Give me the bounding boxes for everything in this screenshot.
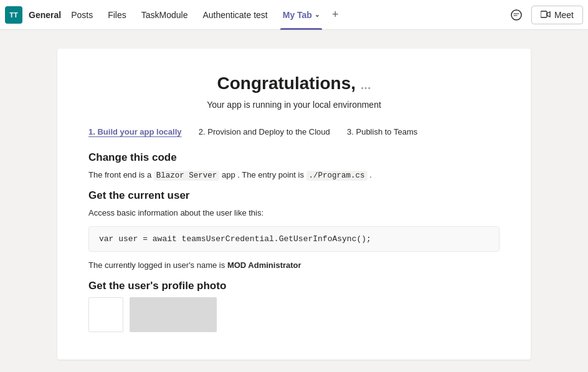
step-1[interactable]: 1. Build your app locally	[88, 127, 182, 136]
add-tab-button[interactable]: +	[327, 0, 344, 30]
avatar: TT	[5, 6, 22, 24]
code-block: var user = await teamsUserCredential.Get…	[88, 226, 500, 252]
section2-text: Access basic information about the user …	[88, 207, 500, 219]
nav-my-tab[interactable]: My Tab ⌄	[275, 0, 327, 30]
chevron-down-icon: ⌄	[315, 11, 320, 18]
steps-row: 1. Build your app locally 2. Provision a…	[88, 127, 500, 136]
section1-code2: ./Program.cs	[306, 171, 368, 181]
main-content: Congratulations, ... Your app is running…	[0, 30, 588, 372]
channel-name: General	[29, 10, 61, 20]
step-3[interactable]: 3. Publish to Teams	[347, 127, 417, 136]
topbar: TT General Posts Files TaskModule Authen…	[0, 0, 588, 30]
svg-point-0	[511, 10, 521, 20]
meet-label: Meet	[554, 10, 574, 20]
topbar-right: Meet	[506, 5, 583, 25]
my-tab-label: My Tab	[283, 10, 312, 20]
profile-photo-gray	[130, 297, 217, 332]
congrats-subtitle: Your app is running in your local enviro…	[88, 100, 500, 110]
svg-rect-1	[541, 11, 547, 17]
nav-files[interactable]: Files	[100, 0, 134, 30]
nav-authenticate-test[interactable]: Authenticate test	[195, 0, 275, 30]
step-sep-1	[188, 127, 192, 136]
profile-photo-row	[88, 297, 500, 332]
section1-heading: Change this code	[88, 151, 500, 164]
step-2[interactable]: 2. Provision and Deploy to the Cloud	[199, 127, 330, 136]
chat-icon-button[interactable]	[506, 5, 526, 25]
nav-posts[interactable]: Posts	[64, 0, 100, 30]
channel-nav: Posts Files TaskModule Authenticate test…	[64, 0, 506, 30]
congrats-title: Congratulations, ...	[88, 74, 500, 93]
congrats-dots: ...	[361, 78, 371, 92]
meet-button[interactable]: Meet	[531, 6, 583, 24]
video-icon	[541, 10, 551, 20]
section2-heading: Get the current user	[88, 189, 500, 202]
step-sep-2	[336, 127, 341, 136]
section1-code1: Blazor Server	[154, 171, 220, 181]
logged-in-name: MOD Administrator	[227, 260, 301, 270]
section1-text: The front end is a Blazor Server app . T…	[88, 169, 500, 182]
nav-taskmodule[interactable]: TaskModule	[134, 0, 196, 30]
content-card: Congratulations, ... Your app is running…	[57, 49, 531, 360]
logged-in-text: The currently logged in user's name is M…	[88, 260, 500, 270]
section3-heading: Get the user's profile photo	[88, 280, 500, 292]
profile-photo-white	[88, 297, 123, 332]
